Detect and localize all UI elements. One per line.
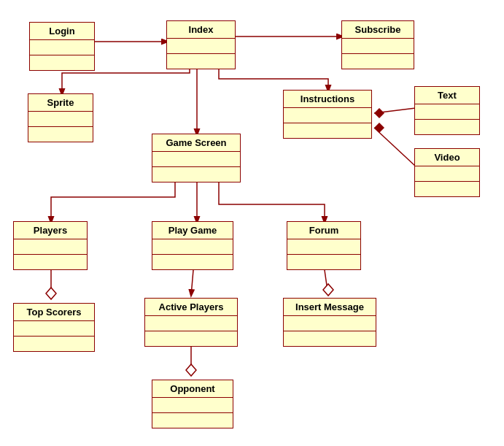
box-instructions-section2 [284, 123, 371, 138]
box-insertmessage-section1 [284, 316, 376, 331]
box-index-title: Index [167, 21, 235, 39]
box-instructions-title: Instructions [284, 91, 371, 108]
box-sprite: Sprite [28, 93, 93, 142]
box-subscribe-title: Subscribe [342, 21, 414, 39]
box-login: Login [29, 22, 95, 71]
box-sprite-section1 [28, 112, 93, 127]
box-players-section2 [14, 255, 87, 269]
box-gamescreen-title: Game Screen [152, 134, 240, 152]
box-gamescreen-section2 [152, 167, 240, 182]
box-index-section1 [167, 39, 235, 54]
box-playgame-title: Play Game [152, 222, 233, 239]
box-text-section1 [415, 104, 479, 120]
box-login-section2 [30, 55, 94, 70]
svg-line-11 [325, 270, 328, 296]
box-subscribe: Subscribe [341, 20, 414, 69]
box-sprite-section2 [28, 127, 93, 142]
svg-marker-12 [323, 284, 333, 296]
svg-marker-14 [186, 364, 196, 376]
box-playgame-section1 [152, 239, 233, 255]
svg-line-5 [374, 128, 416, 166]
svg-line-10 [191, 270, 193, 296]
box-players: Players [13, 221, 88, 270]
box-topscorers: Top Scorers [13, 303, 95, 352]
box-forum-title: Forum [287, 222, 360, 239]
box-text-title: Text [415, 87, 479, 104]
box-forum-section1 [287, 239, 360, 255]
box-activeplayers: Active Players [144, 298, 238, 347]
box-text: Text [414, 86, 480, 135]
box-players-title: Players [14, 222, 87, 239]
box-insertmessage-title: Insert Message [284, 299, 376, 316]
svg-marker-4 [374, 108, 384, 118]
box-activeplayers-section2 [145, 331, 237, 346]
box-instructions-section1 [284, 108, 371, 123]
box-playgame-section2 [152, 255, 233, 269]
box-activeplayers-title: Active Players [145, 299, 237, 316]
box-playgame: Play Game [152, 221, 233, 270]
box-instructions: Instructions [283, 90, 372, 139]
diagram-container: Login Index Subscribe Sprite Instruction… [0, 0, 504, 446]
box-topscorers-section2 [14, 337, 94, 351]
box-index: Index [166, 20, 236, 69]
box-gamescreen: Game Screen [152, 134, 241, 182]
box-sprite-title: Sprite [28, 94, 93, 112]
svg-line-3 [374, 108, 416, 113]
box-login-section1 [30, 40, 94, 55]
box-players-section1 [14, 239, 87, 255]
box-video-section1 [415, 166, 479, 182]
box-video-section2 [415, 182, 479, 196]
box-opponent-section1 [152, 398, 233, 413]
svg-marker-6 [374, 123, 384, 133]
box-text-section2 [415, 120, 479, 134]
box-gamescreen-section1 [152, 152, 240, 167]
box-activeplayers-section1 [145, 316, 237, 331]
box-subscribe-section1 [342, 39, 414, 54]
box-index-section2 [167, 54, 235, 69]
box-forum: Forum [287, 221, 361, 270]
box-subscribe-section2 [342, 54, 414, 69]
box-video-title: Video [415, 149, 479, 166]
box-topscorers-section1 [14, 321, 94, 337]
box-login-title: Login [30, 23, 94, 40]
svg-marker-9 [46, 288, 56, 299]
box-opponent-section2 [152, 413, 233, 428]
box-topscorers-title: Top Scorers [14, 304, 94, 321]
box-opponent-title: Opponent [152, 380, 233, 398]
box-insertmessage-section2 [284, 331, 376, 346]
box-opponent: Opponent [152, 380, 233, 428]
box-insertmessage: Insert Message [283, 298, 376, 347]
box-video: Video [414, 148, 480, 197]
box-forum-section2 [287, 255, 360, 269]
